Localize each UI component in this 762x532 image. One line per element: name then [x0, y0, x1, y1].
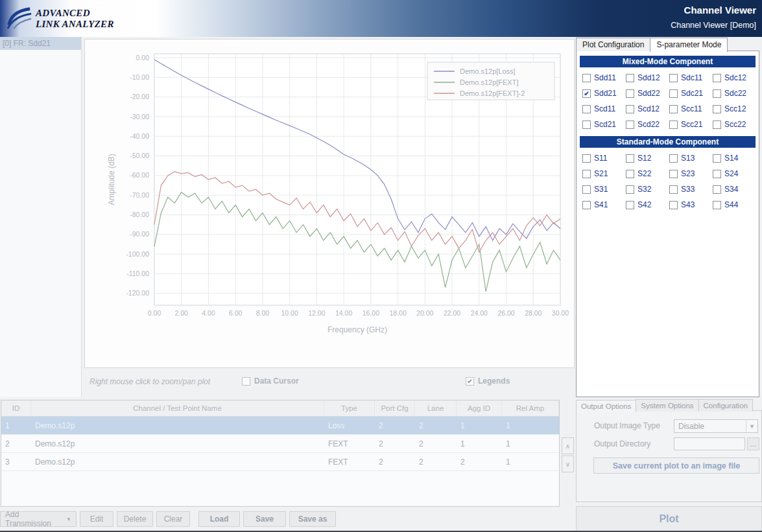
plot-button[interactable]: Plot: [576, 506, 762, 531]
edit-button[interactable]: Edit: [80, 511, 113, 527]
checkbox-sdc22[interactable]: Sdc22: [713, 89, 756, 98]
checkbox-box-icon: [626, 170, 634, 178]
svg-text:2.00: 2.00: [175, 309, 189, 317]
checkbox-scd22[interactable]: Scd22: [626, 120, 669, 129]
checkbox-box-icon: [582, 170, 591, 178]
cell-name: Demo.s12p: [31, 417, 324, 434]
checkbox-sdd21[interactable]: ✔Sdd21: [582, 89, 626, 98]
checkbox-box-icon: [582, 185, 591, 194]
cell-lane: 2: [415, 435, 457, 452]
checkbox-scd21[interactable]: Scd21: [582, 120, 626, 129]
checkbox-sdc21[interactable]: Sdc21: [669, 89, 713, 98]
table-row[interactable]: 1Demo.s12pLoss2211: [1, 417, 559, 435]
checkbox-sdd22[interactable]: Sdd22: [626, 89, 669, 98]
output-image-type-label: Output Image Type: [594, 421, 660, 430]
checkbox-label: Sdc22: [724, 89, 746, 98]
move-row-up-button[interactable]: ∧: [562, 437, 574, 454]
dropdown-arrow-icon: ▼: [66, 516, 71, 522]
checkbox-label: S11: [594, 154, 607, 163]
output-options-tabpage: Output Image Type Disable ▼ Output Direc…: [576, 410, 762, 502]
browse-button[interactable]: ...: [747, 437, 759, 450]
checkbox-s44[interactable]: S44: [713, 200, 756, 209]
delete-button[interactable]: Delete: [117, 511, 153, 527]
column-header: ID: [1, 400, 31, 416]
table-row[interactable]: 3Demo.s12pFEXT2221: [1, 453, 559, 471]
svg-text:Demo.s12p[Loss]: Demo.s12p[Loss]: [460, 67, 516, 75]
plot-canvas[interactable]: 0.00-10.00-20.00-30.00-40.00-50.00-60.00…: [84, 39, 575, 368]
checkbox-s23[interactable]: S23: [669, 169, 713, 178]
checkbox-scd11[interactable]: Scd11: [582, 104, 626, 113]
amplitude-frequency-chart[interactable]: 0.00-10.00-20.00-30.00-40.00-50.00-60.00…: [85, 40, 574, 367]
checkbox-box-icon: [626, 201, 634, 209]
svg-text:24.00: 24.00: [471, 309, 488, 317]
tab-configuration[interactable]: Configuration: [698, 399, 753, 411]
tab-system-options[interactable]: System Options: [636, 399, 698, 411]
table-row[interactable]: 2Demo.s12pFEXT2211: [1, 435, 559, 453]
checkbox-box-icon: ✔: [582, 89, 591, 98]
checkbox-s34[interactable]: S34: [713, 185, 756, 194]
logo-swoosh-icon: [5, 3, 32, 34]
output-image-type-dropdown[interactable]: Disable ▼: [674, 419, 758, 433]
checkbox-s41[interactable]: S41: [582, 200, 626, 209]
column-header: Port Cfg: [375, 400, 415, 416]
checkbox-sdd12[interactable]: Sdd12: [626, 73, 669, 82]
data-cursor-checkbox[interactable]: [242, 377, 250, 386]
standard-mode-grid: S11S12S13S14S21S22S23S24S31S32S33S34S41S…: [577, 150, 759, 212]
checkbox-box-icon: [626, 105, 634, 113]
add-transmission-label: Add Transmission: [5, 510, 66, 528]
checkbox-scd12[interactable]: Scd12: [626, 104, 669, 113]
checkbox-s33[interactable]: S33: [669, 185, 713, 194]
output-directory-field[interactable]: [674, 437, 745, 450]
load-button[interactable]: Load: [198, 511, 240, 527]
svg-text:10.00: 10.00: [281, 309, 298, 317]
checkbox-label: S12: [637, 154, 651, 163]
checkbox-scc12[interactable]: Scc12: [713, 104, 756, 113]
checkbox-sdd11[interactable]: Sdd11: [582, 73, 626, 82]
add-transmission-button[interactable]: Add Transmission ▼: [0, 511, 77, 527]
cell-name: Demo.s12p: [31, 453, 324, 470]
checkbox-box-icon: [669, 185, 678, 194]
checkbox-label: Sdc11: [681, 73, 702, 82]
tab-plot-configuration[interactable]: Plot Configuration: [576, 38, 650, 51]
save-button[interactable]: Save: [243, 511, 286, 527]
checkbox-scc22[interactable]: Scc22: [713, 120, 756, 129]
checkbox-box-icon: [582, 201, 591, 209]
svg-text:16.00: 16.00: [363, 309, 379, 317]
standard-mode-header: Standard-Mode Component: [580, 136, 756, 148]
save-plot-image-button[interactable]: Save current plot to an image file: [593, 457, 759, 474]
move-row-down-button[interactable]: ∨: [562, 456, 574, 472]
sidebar-item[interactable]: [0] FR: Sdd21: [0, 37, 81, 50]
checkbox-s32[interactable]: S32: [626, 185, 669, 194]
checkbox-s21[interactable]: S21: [582, 169, 626, 178]
cell-rel_amp: 1: [502, 453, 559, 470]
channel-viewer-window: ADVANCED LINK ANALYZER Channel Viewer Ch…: [0, 0, 762, 532]
tab-s-parameter-mode[interactable]: S-parameter Mode: [650, 38, 728, 52]
checkbox-label: S22: [637, 169, 651, 178]
checkbox-s22[interactable]: S22: [626, 169, 669, 178]
checkbox-label: S24: [724, 169, 738, 178]
cell-port_cfg: 2: [375, 417, 415, 434]
checkbox-s12[interactable]: S12: [626, 154, 669, 163]
checkbox-sdc12[interactable]: Sdc12: [713, 73, 756, 82]
checkbox-s31[interactable]: S31: [582, 185, 626, 194]
checkbox-scc21[interactable]: Scc21: [669, 120, 713, 129]
clear-button[interactable]: Clear: [156, 511, 190, 527]
combo-arrow-icon: ▼: [746, 420, 757, 432]
checkbox-sdc11[interactable]: Sdc11: [669, 73, 713, 82]
legends-checkbox[interactable]: ✔: [466, 377, 474, 386]
logo-text: ADVANCED LINK ANALYZER: [36, 8, 114, 30]
checkbox-s43[interactable]: S43: [669, 200, 713, 209]
checkbox-s11[interactable]: S11: [582, 154, 626, 163]
save-as-button[interactable]: Save as: [289, 511, 336, 527]
tab-output-options[interactable]: Output Options: [576, 400, 636, 412]
channel-table-body: 1Demo.s12pLoss22112Demo.s12pFEXT22113Dem…: [1, 417, 559, 471]
column-header: Agg ID: [457, 400, 502, 416]
checkbox-s14[interactable]: S14: [713, 154, 756, 163]
checkbox-s42[interactable]: S42: [626, 200, 669, 209]
checkbox-s13[interactable]: S13: [669, 154, 713, 163]
checkbox-label: Sdd11: [594, 73, 616, 82]
checkbox-s24[interactable]: S24: [713, 169, 756, 178]
channel-table[interactable]: IDChannel / Test Point NameTypePort CfgL…: [1, 400, 560, 507]
result-list-sidebar[interactable]: [0] FR: Sdd21: [0, 37, 82, 397]
checkbox-scc11[interactable]: Scc11: [669, 104, 713, 113]
